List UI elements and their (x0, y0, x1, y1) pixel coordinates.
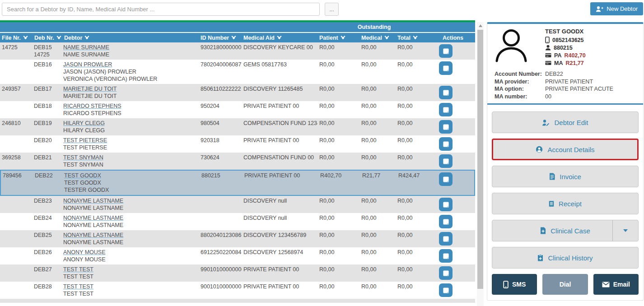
avatar (495, 28, 528, 67)
open-debtor-actions-button[interactable] (439, 120, 453, 134)
column-header-file-nr[interactable]: File Nr. (0, 35, 33, 41)
account-details-button[interactable]: Account Details (492, 139, 639, 160)
debtor-link[interactable]: MARIETJIE DU TOIT (63, 85, 197, 93)
column-header-id-number[interactable]: ID Number (199, 35, 242, 41)
table-row[interactable]: DEB23NONAYME LASTNAMENONAYME LASTNAMEDIS… (0, 196, 475, 213)
sort-icon (341, 36, 345, 40)
dependant-name: HILARY CLEGG (63, 127, 197, 134)
sort-icon (277, 36, 282, 40)
medical-outstanding-cell: R0,00 (359, 196, 396, 213)
open-debtor-actions-button[interactable] (439, 283, 453, 297)
table-row[interactable]: DEB18RICARDO STEPHENSRICARDO STEPHENS950… (0, 101, 475, 118)
column-header-debtor[interactable]: Debtor (62, 35, 199, 41)
table-row[interactable]: DEB26ANONY MOUSEANONY MOUSE6912250220084… (0, 247, 475, 264)
open-debtor-actions-button[interactable] (439, 215, 453, 228)
clinical-case-button[interactable]: Clinical Case (492, 220, 639, 241)
open-debtor-actions-button[interactable] (439, 137, 453, 151)
debtor-link[interactable]: HILARY CLEGG (63, 120, 197, 127)
column-header-total[interactable]: Total (396, 35, 431, 41)
table-row[interactable]: 789456DEB22TEST GOODXTEST GOODXTESTER GO… (0, 170, 475, 196)
clinical-case-dropdown-button[interactable] (613, 220, 638, 241)
invoice-icon (549, 173, 555, 180)
medical-aid-cell: DISCOVERY 12568974 (242, 247, 317, 264)
scrollbar-thumb[interactable] (477, 30, 483, 289)
new-debtor-label: New Debtor (607, 5, 638, 12)
debtor-phone: 0852143625 (552, 37, 584, 43)
debtor-table-body: 14725DEB1514725NAME SURNAMENAME SURNAME9… (0, 42, 475, 299)
patient-outstanding-cell: R0,00 (317, 42, 359, 60)
column-header-patient[interactable]: Patient (317, 35, 359, 41)
debtor-link[interactable]: TEST SNYMAN (63, 154, 197, 161)
table-row[interactable]: DEB20TEST PIETERSETEST PIETERSE920318PRI… (0, 135, 475, 153)
debtor-link[interactable]: TEST TEST (63, 266, 197, 273)
table-row[interactable]: 246810DEB19HILARY CLEGGHILARY CLEGG98050… (0, 118, 475, 135)
open-debtor-actions-button[interactable] (439, 266, 453, 280)
open-debtor-actions-button[interactable] (439, 249, 453, 263)
column-header-deb-nr[interactable]: Deb Nr. (33, 35, 62, 41)
invoice-button[interactable]: Invoice (492, 166, 639, 187)
vertical-scrollbar[interactable] (477, 22, 484, 306)
table-row[interactable]: DEB16JASON PROWLERJASON (JASON) PROWLERV… (0, 60, 475, 84)
total-outstanding-cell: R0,00 (396, 264, 431, 282)
debtor-link[interactable]: NONAYME LASTNAME (63, 197, 197, 204)
button-label: Invoice (560, 173, 581, 181)
medical-outstanding-cell: R0,00 (359, 60, 396, 84)
file-nr-cell (0, 135, 33, 153)
file-nr-cell (0, 247, 33, 264)
open-debtor-actions-button[interactable] (439, 198, 453, 211)
column-header-label: Deb Nr. (34, 35, 54, 41)
total-outstanding-cell: R0,00 (396, 118, 431, 135)
actions-cell (431, 42, 475, 60)
scroll-up-button[interactable] (477, 22, 484, 29)
debtor-link[interactable]: TEST TEST (63, 283, 197, 290)
patient-outstanding-cell: R0,00 (317, 135, 359, 153)
receipt-button[interactable]: Receipt (492, 193, 639, 214)
column-header-medical-aid[interactable]: Medical Aid (242, 35, 317, 41)
debtor-edit-button[interactable]: Debtor Edit (492, 111, 639, 133)
open-debtor-actions-button[interactable] (439, 86, 453, 99)
open-debtor-actions-button[interactable] (439, 61, 453, 75)
table-row[interactable]: DEB28TEST TESTTEST TEST9001010000000PRIV… (0, 282, 475, 299)
open-debtor-actions-button[interactable] (439, 44, 453, 58)
table-row[interactable]: 369258DEB21TEST SNYMANTEST SNYMAN730624C… (0, 153, 475, 170)
debtor-link[interactable]: TEST GOODX (64, 172, 198, 179)
debtor-link[interactable]: NAME SURNAME (63, 44, 197, 51)
table-row[interactable]: DEB24NONAYME LASTNAMENONAYME LASTNAMEDIS… (0, 213, 475, 230)
dependant-name: NONAYME LASTNAME (63, 222, 197, 229)
patient-outstanding-cell: R0,00 (317, 247, 359, 264)
open-debtor-actions-button[interactable] (439, 103, 453, 116)
debtor-link[interactable]: JASON PROWLER (63, 61, 197, 68)
open-debtor-actions-button[interactable] (439, 232, 453, 246)
open-debtor-actions-button[interactable] (439, 172, 453, 186)
new-debtor-button[interactable]: New Debtor (590, 2, 643, 15)
sort-icon (413, 36, 418, 40)
search-options-button[interactable]: ... (325, 3, 339, 16)
id-number-cell: 8506110222222 (199, 84, 242, 101)
id-number-cell: 880215 (200, 171, 243, 195)
medical-outstanding-cell: R21,77 (360, 171, 397, 195)
debtor-link[interactable]: NONAYME LASTNAME (63, 214, 197, 222)
search-input[interactable] (2, 3, 320, 16)
deb-nr-cell: DEB17 (33, 84, 62, 101)
debtor-link[interactable]: TEST PIETERSE (63, 137, 197, 144)
table-row[interactable]: DEB27TEST TESTTEST TEST99010100000000PRI… (0, 264, 475, 282)
open-debtor-actions-button[interactable] (439, 154, 453, 168)
debtor-link[interactable]: ANONY MOUSE (63, 249, 197, 256)
table-row[interactable]: 249357DEB17MARIETJIE DU TOITMARIETJIE DU… (0, 84, 475, 101)
dial-button[interactable]: Dial (542, 274, 588, 295)
debtor-link[interactable]: NONAYME LASTNAME (63, 232, 197, 239)
debtor-link[interactable]: RICARDO STEPHENS (63, 102, 197, 110)
dependant-name: VERONICA (VERONICA) PROWLER (63, 75, 197, 83)
detail-label: MA option: (495, 85, 545, 93)
dependant-name: RICARDO STEPHENS (63, 110, 197, 117)
column-header-label: Medical (361, 35, 382, 41)
debtor-cell: NONAYME LASTNAMENONAYME LASTNAME (62, 230, 199, 247)
column-header-medical[interactable]: Medical (359, 35, 396, 41)
sms-button[interactable]: SMS (492, 274, 537, 295)
clinical-history-button[interactable]: Clinical History (492, 247, 639, 269)
table-row[interactable]: 14725DEB1514725NAME SURNAMENAME SURNAME9… (0, 42, 475, 60)
email-button[interactable]: Email (593, 274, 639, 295)
note-icon (443, 253, 449, 260)
table-row[interactable]: DEB25NONAYME LASTNAMENONAYME LASTNAME880… (0, 230, 475, 247)
id-number-cell: 9001010000000 (199, 282, 242, 299)
